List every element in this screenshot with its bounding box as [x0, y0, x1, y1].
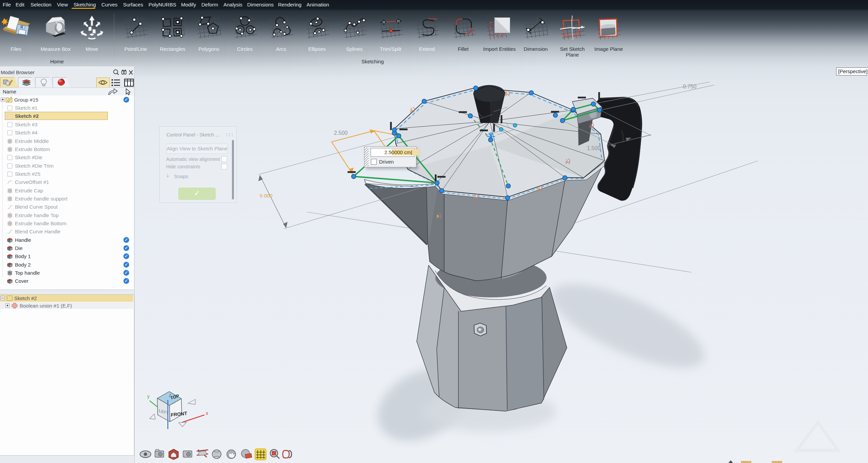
- svg-text:x: x: [206, 411, 208, 416]
- svg-text:0.750: 0.750: [683, 84, 696, 89]
- svg-text:y: y: [147, 394, 150, 399]
- svg-text:1.500: 1.500: [587, 145, 600, 151]
- svg-text:z: z: [169, 393, 171, 398]
- svg-text:2.500: 2.500: [334, 130, 348, 136]
- svg-text:5 000: 5 000: [260, 193, 273, 198]
